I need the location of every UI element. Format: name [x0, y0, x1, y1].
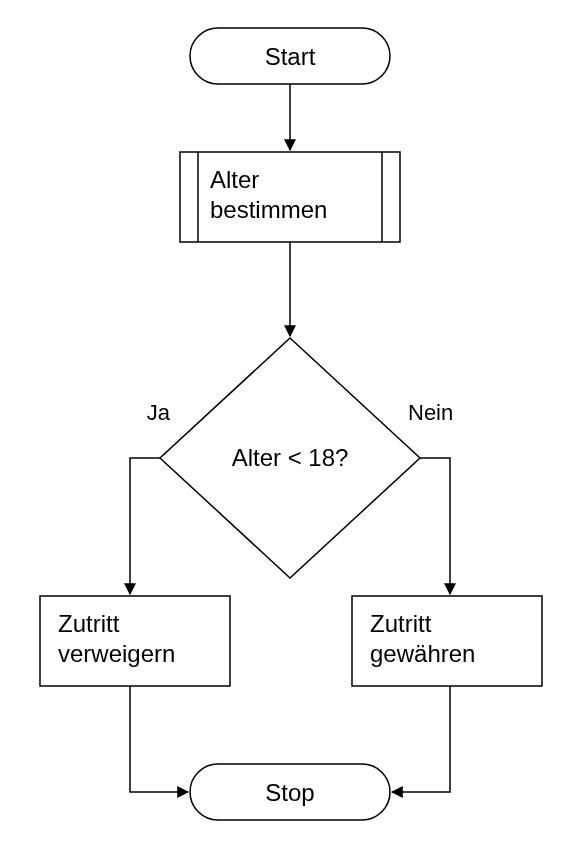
branch-yes-line2: verweigern	[58, 640, 175, 667]
decision-label: Alter < 18?	[232, 444, 349, 471]
process-line1: Alter	[210, 166, 259, 193]
edge-yes-stop	[130, 686, 188, 792]
branch-yes-node: Zutritt verweigern	[40, 596, 230, 686]
branch-yes-line1: Zutritt	[58, 610, 120, 637]
flowchart: Start Alter bestimmen Alter < 18? Ja Nei…	[0, 0, 582, 852]
stop-node: Stop	[190, 764, 390, 820]
start-node: Start	[190, 28, 390, 84]
stop-label: Stop	[265, 779, 314, 806]
branch-no-node: Zutritt gewähren	[352, 596, 542, 686]
edge-no-stop	[392, 686, 450, 792]
decision-no-label: Nein	[408, 400, 453, 425]
process-line2: bestimmen	[210, 196, 327, 223]
branch-no-line1: Zutritt	[370, 610, 432, 637]
decision-node: Alter < 18?	[160, 338, 420, 578]
edge-decision-yes	[130, 458, 160, 594]
start-label: Start	[265, 43, 316, 70]
branch-no-line2: gewähren	[370, 640, 475, 667]
process-node: Alter bestimmen	[180, 152, 400, 242]
edge-decision-no	[420, 458, 450, 594]
decision-yes-label: Ja	[147, 400, 171, 425]
